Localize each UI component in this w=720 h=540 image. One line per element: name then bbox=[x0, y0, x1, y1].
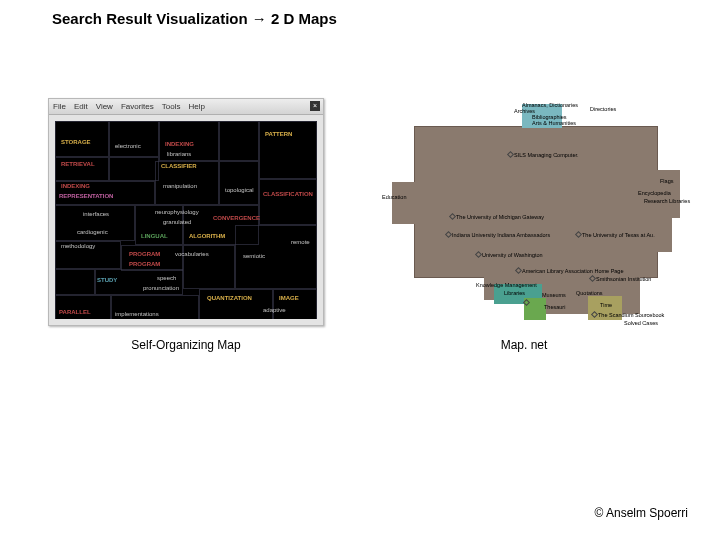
mapnet-label: Research Libraries bbox=[644, 198, 690, 204]
title-prefix: Search Result Visualization bbox=[52, 10, 248, 27]
som-label: manipulation bbox=[163, 183, 197, 189]
mapnet-label: Libraries bbox=[504, 290, 525, 296]
menu-item[interactable]: File bbox=[53, 102, 66, 111]
region-right-tab2 bbox=[656, 218, 672, 252]
som-cell bbox=[55, 269, 95, 295]
som-label: methodology bbox=[61, 243, 95, 249]
caption-left: Self-Organizing Map bbox=[131, 338, 240, 352]
som-label: LINGUAL bbox=[141, 233, 168, 239]
mapnet-label: Arts & Humanities bbox=[532, 120, 576, 126]
mapnet-label: Directories bbox=[590, 106, 616, 112]
som-cell bbox=[219, 121, 259, 161]
som-label: speech bbox=[157, 275, 176, 281]
som-label: CONVERGENCE bbox=[213, 215, 260, 221]
mapnet-label: Knowledge Management bbox=[476, 282, 537, 288]
som-label: PROGRAM bbox=[129, 251, 160, 257]
som-label: semiotic bbox=[243, 253, 265, 259]
som-label: PATTERN bbox=[265, 131, 292, 137]
title-suffix: 2 D Maps bbox=[271, 10, 337, 27]
som-cell bbox=[199, 289, 273, 319]
som-label: ALGORITHM bbox=[189, 233, 225, 239]
mapnet-label: Smithsonian Institution bbox=[596, 276, 651, 282]
som-cell bbox=[55, 295, 111, 319]
mapnet-label: Museums bbox=[542, 292, 566, 298]
mapnet-label: The University of Texas at Au. bbox=[582, 232, 655, 238]
som-label: librarians bbox=[167, 151, 191, 157]
som-label: topological bbox=[225, 187, 254, 193]
mapnet-label: University of Washington bbox=[482, 252, 543, 258]
som-label: vocabularies bbox=[175, 251, 209, 257]
menu-item[interactable]: Favorites bbox=[121, 102, 154, 111]
som-label: cardiogenic bbox=[77, 229, 108, 235]
som-label: adaptive bbox=[263, 307, 286, 313]
som-menubar: File Edit View Favorites Tools Help × bbox=[49, 99, 323, 115]
mapnet-label: Time bbox=[600, 302, 612, 308]
som-label: CLASSIFIER bbox=[161, 163, 197, 169]
som-cell bbox=[219, 161, 259, 205]
figure-right: Almanacs, DictionariesArchivesBibliograp… bbox=[364, 98, 684, 352]
arrow-icon: → bbox=[252, 10, 267, 27]
copyright: © Anselm Spoerri bbox=[594, 506, 688, 520]
som-label: PARALLEL bbox=[59, 309, 91, 315]
som-label: implementations bbox=[115, 311, 159, 317]
mapnet-label: The University of Michigan Gateway bbox=[456, 214, 544, 220]
menu-item[interactable]: View bbox=[96, 102, 113, 111]
region-left-tab bbox=[392, 182, 416, 224]
mapnet-label: The Scandium Sourcebook bbox=[598, 312, 664, 318]
som-label: REPRESENTATION bbox=[59, 193, 113, 199]
mapnet-label: Indiana University Indiana Ambassadors bbox=[452, 232, 550, 238]
menu-item[interactable]: Help bbox=[188, 102, 204, 111]
close-icon[interactable]: × bbox=[310, 101, 320, 111]
mapnet-label: Quotations bbox=[576, 290, 603, 296]
mapnet-label: Education bbox=[382, 194, 406, 200]
som-canvas: STORAGEelectronicINDEXINGPATTERNlibraria… bbox=[55, 121, 317, 319]
som-label: INDEXING bbox=[165, 141, 194, 147]
mapnet-label: SILS Managing Computer. bbox=[514, 152, 579, 158]
som-label: remote bbox=[291, 239, 310, 245]
som-label: INDEXING bbox=[61, 183, 90, 189]
som-label: STUDY bbox=[97, 277, 117, 283]
som-label: pronunciation bbox=[143, 285, 179, 291]
som-cell bbox=[273, 289, 317, 319]
som-label: PROGRAM bbox=[129, 261, 160, 267]
mapnet-label: Encyclopedia bbox=[638, 190, 671, 196]
mapnet-canvas: Almanacs, DictionariesArchivesBibliograp… bbox=[364, 98, 684, 326]
menu-item[interactable]: Edit bbox=[74, 102, 88, 111]
som-cell bbox=[259, 179, 317, 225]
figure-left: File Edit View Favorites Tools Help × bbox=[48, 98, 324, 352]
som-label: QUANTIZATION bbox=[207, 295, 252, 301]
som-label: neurophysiology bbox=[155, 209, 199, 215]
som-label: STORAGE bbox=[61, 139, 91, 145]
menu-item[interactable]: Tools bbox=[162, 102, 181, 111]
caption-right: Map. net bbox=[501, 338, 548, 352]
som-label: granulated bbox=[163, 219, 191, 225]
som-cell bbox=[109, 121, 159, 157]
mapnet-label: Thesauri bbox=[544, 304, 565, 310]
som-label: electronic bbox=[115, 143, 141, 149]
som-label: CLASSIFICATION bbox=[263, 191, 313, 197]
som-cell bbox=[121, 245, 183, 271]
slide-title: Search Result Visualization → 2 D Maps bbox=[52, 10, 337, 27]
som-label: interfaces bbox=[83, 211, 109, 217]
som-label: RETRIEVAL bbox=[61, 161, 95, 167]
som-cell bbox=[109, 157, 159, 181]
mapnet-label: Flags bbox=[660, 178, 673, 184]
mapnet-label: Solved Cases bbox=[624, 320, 658, 326]
som-label: IMAGE bbox=[279, 295, 299, 301]
som-cell bbox=[259, 121, 317, 179]
mapnet-label: American Library Association Home Page bbox=[522, 268, 624, 274]
som-window: File Edit View Favorites Tools Help × bbox=[48, 98, 324, 326]
figures-row: File Edit View Favorites Tools Help × bbox=[48, 98, 688, 352]
